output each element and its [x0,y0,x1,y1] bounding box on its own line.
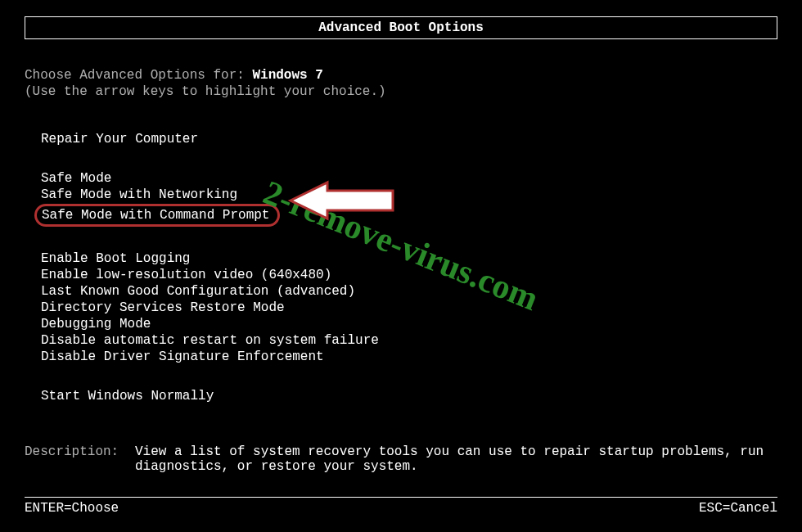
title-box: Advanced Boot Options [25,16,777,39]
os-name: Windows 7 [252,68,322,83]
footer-bar: ENTER=Choose ESC=Cancel [25,497,777,516]
option-boot-logging[interactable]: Enable Boot Logging [41,251,777,266]
option-safe-mode-cmd-highlighted[interactable]: Safe Mode with Command Prompt [34,204,280,227]
option-repair[interactable]: Repair Your Computer [41,132,777,147]
option-ds-restore[interactable]: Directory Services Restore Mode [41,300,777,315]
screen-title: Advanced Boot Options [318,20,484,35]
prompt-line-1: Choose Advanced Options for: Windows 7 [25,68,777,83]
options-list: Repair Your Computer Safe Mode Safe Mode… [41,132,777,404]
description-text: View a list of system recovery tools you… [135,444,777,474]
description-section: Description: View a list of system recov… [25,444,777,474]
option-disable-driver-sig[interactable]: Disable Driver Signature Enforcement [41,349,777,364]
esc-hint: ESC=Cancel [699,501,777,516]
prompt-prefix: Choose Advanced Options for: [25,68,252,83]
description-label: Description: [25,444,135,474]
option-low-res[interactable]: Enable low-resolution video (640x480) [41,268,777,282]
enter-hint: ENTER=Choose [25,501,119,516]
prompt-section: Choose Advanced Options for: Windows 7 (… [25,68,777,99]
option-debugging[interactable]: Debugging Mode [41,317,777,331]
option-start-normal[interactable]: Start Windows Normally [41,389,777,404]
option-disable-restart[interactable]: Disable automatic restart on system fail… [41,333,777,348]
option-safe-mode[interactable]: Safe Mode [41,171,777,186]
option-last-known[interactable]: Last Known Good Configuration (advanced) [41,284,777,299]
prompt-line-2: (Use the arrow keys to highlight your ch… [25,84,777,99]
option-safe-mode-networking[interactable]: Safe Mode with Networking [41,187,777,202]
boot-screen: Advanced Boot Options Choose Advanced Op… [0,0,802,490]
